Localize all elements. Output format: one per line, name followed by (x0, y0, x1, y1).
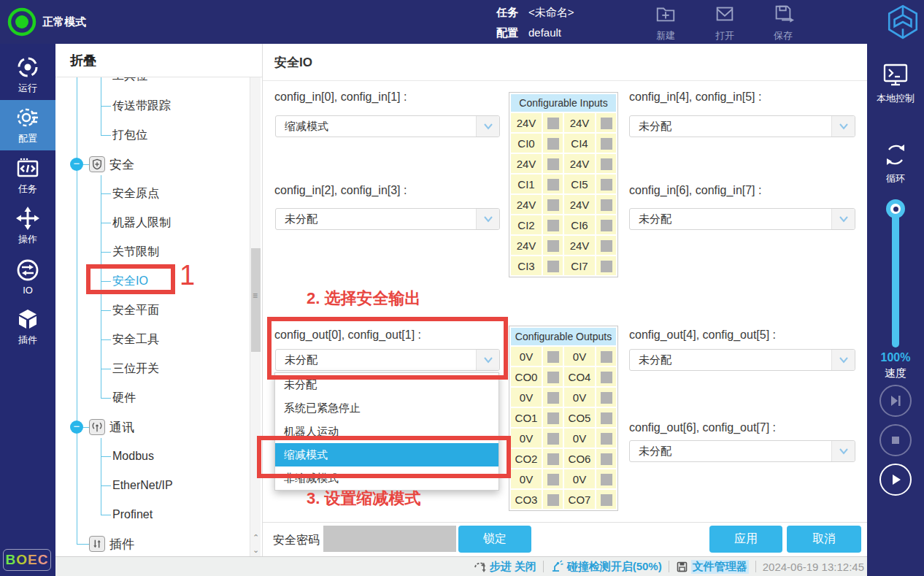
pin-indicator-cell (596, 154, 616, 173)
tree-item-安全原点[interactable]: 安全原点 (55, 183, 245, 204)
speed-slider-handle[interactable] (886, 199, 905, 218)
sidebar-item-task[interactable]: 任务 (0, 150, 55, 201)
pin-indicator-cell (596, 429, 616, 448)
scroll-up-arrow[interactable]: ⌃ (250, 531, 261, 543)
cube-icon (15, 307, 40, 331)
tree-item-机器人限制[interactable]: 机器人限制 (55, 212, 245, 234)
cycle-button[interactable]: 循环 (867, 140, 924, 185)
config-out-dropdown-list: 未分配系统已紧急停止机器人运动缩减模式非缩减模式 (274, 372, 499, 491)
divider (263, 80, 867, 81)
lock-button[interactable]: 锁定 (458, 526, 531, 553)
config-in-67-dropdown[interactable]: 未分配 (629, 208, 855, 230)
speed-slider-track[interactable] (892, 207, 899, 347)
boec-letter: C (38, 552, 49, 568)
table-row: 0V0V (511, 347, 616, 366)
tree-item-通讯[interactable]: −通讯 (55, 416, 245, 438)
dropdown-option[interactable]: 未分配 (275, 373, 498, 396)
collision-detect-toggle[interactable]: 碰撞检测开启(50%) (550, 560, 662, 574)
sidebar-item-io[interactable]: IO (0, 251, 55, 302)
io-indicator (547, 240, 559, 252)
open-button[interactable]: 打开 (707, 3, 742, 42)
tree-item-硬件[interactable]: 硬件 (55, 387, 245, 409)
pin-label: 0V (564, 388, 595, 407)
pin-label: CO0 (511, 367, 542, 386)
new-button[interactable]: 新建 (648, 3, 683, 42)
tree-item-安全IO[interactable]: 安全IO (55, 270, 245, 292)
pin-indicator-cell (596, 408, 616, 427)
tree-item-三位开关[interactable]: 三位开关 (55, 358, 245, 380)
tree-item-关节限制[interactable]: 关节限制 (55, 241, 245, 263)
config-in-01-dropdown[interactable]: 缩减模式 (275, 115, 500, 137)
config-out-45-label: config_out[4], config_out[5] : (629, 329, 776, 342)
dropdown-option[interactable]: 非缩减模式 (275, 466, 498, 490)
io-indicator (601, 372, 612, 383)
config-out-45-dropdown[interactable]: 未分配 (629, 349, 855, 371)
tree-item-Profinet[interactable]: Profinet (55, 504, 245, 526)
tree-item-插件[interactable]: 插件 (55, 533, 245, 555)
config-in-45-label: config_in[4], config_in[5] : (629, 91, 761, 104)
pin-indicator-cell (596, 469, 616, 488)
io-indicator (601, 494, 612, 506)
io-indicator (601, 453, 612, 465)
config-out-67-dropdown[interactable]: 未分配 (629, 440, 855, 462)
sidebar-item-config[interactable]: 配置 (0, 100, 55, 150)
config-in-45-dropdown[interactable]: 未分配 (629, 115, 855, 137)
dropdown-option[interactable]: 缩减模式 (275, 443, 498, 466)
tree-connector (77, 544, 90, 545)
pin-indicator-cell (596, 134, 616, 153)
tree-item-Modbus[interactable]: Modbus (55, 445, 245, 467)
step-mode-toggle[interactable]: 步进 关闭 (474, 560, 536, 574)
cancel-button[interactable]: 取消 (787, 526, 861, 553)
pin-indicator-cell (596, 256, 616, 275)
sidebar-item-jog[interactable]: 操作 (0, 201, 55, 251)
tree-item-安全平面[interactable]: 安全平面 (55, 299, 245, 321)
stop-button[interactable] (879, 424, 912, 456)
io-indicator (601, 351, 612, 363)
tree-item-传送带跟踪[interactable]: 传送带跟踪 (55, 95, 245, 117)
tree-collapse-toggle[interactable]: − (70, 158, 83, 171)
tree-item-安全[interactable]: −安全 (55, 153, 245, 175)
tree-scrollbar[interactable]: ⌃ ⌄ (250, 77, 261, 556)
pin-label: CO2 (511, 449, 542, 468)
config-in-23-dropdown[interactable]: 未分配 (275, 208, 500, 230)
tree-collapse-header[interactable]: 折叠 (55, 44, 262, 77)
skip-icon (888, 393, 904, 408)
new-file-icon (654, 3, 677, 25)
scroll-down-arrow[interactable]: ⌄ (250, 544, 261, 556)
apply-button[interactable]: 应用 (709, 526, 782, 553)
config-out-01-dropdown[interactable]: 未分配 (275, 349, 500, 371)
page-title: 安全IO (274, 54, 312, 71)
scrollbar-thumb[interactable] (251, 248, 261, 352)
sidebar-item-plugin[interactable]: 插件 (0, 302, 55, 352)
tree-connector (101, 281, 111, 282)
step-forward-button[interactable] (879, 385, 912, 417)
tree-connector (101, 106, 111, 107)
io-indicator (547, 392, 559, 404)
table-row: 24V24V (511, 195, 616, 214)
io-indicator (547, 372, 559, 383)
file-manager-button[interactable]: 文件管理器 (676, 560, 749, 574)
dropdown-option[interactable]: 系统已紧急停止 (275, 396, 498, 420)
table-row: CI3CI7 (511, 256, 616, 275)
play-button[interactable] (879, 464, 912, 496)
table-row: CO0CO4 (511, 367, 616, 386)
io-indicator (601, 220, 612, 231)
save-button[interactable]: 保存 (766, 3, 801, 42)
clock: 2024-06-19 13:12:45 (763, 561, 864, 573)
tree-connector (101, 223, 111, 223)
tree-item-EtherNet/IP[interactable]: EtherNet/IP (55, 475, 245, 496)
local-control-button[interactable]: 本地控制 (867, 61, 924, 105)
sidebar-item-run[interactable]: 运行 (0, 50, 55, 100)
pin-indicator-cell (543, 113, 563, 132)
pin-indicator-cell (543, 490, 563, 509)
dropdown-option[interactable]: 机器人运动 (275, 420, 498, 443)
safety-password-input[interactable] (323, 526, 456, 552)
configurable-outputs-table: Configurable Outputs0V0VCO0CO40V0VCO1CO5… (509, 326, 618, 511)
tree-collapse-toggle[interactable]: − (70, 421, 83, 434)
tree-item-安全工具[interactable]: 安全工具 (55, 329, 245, 350)
status-bar: 步进 关闭 碰撞检测开启(50%) 文件管理器 2024-06-19 13:12… (55, 556, 867, 576)
configurable-outputs-header: Configurable Outputs (511, 328, 616, 345)
chevron-down-icon (831, 441, 855, 461)
tree-item-打包位[interactable]: 打包位 (55, 124, 245, 146)
divider (669, 561, 669, 572)
